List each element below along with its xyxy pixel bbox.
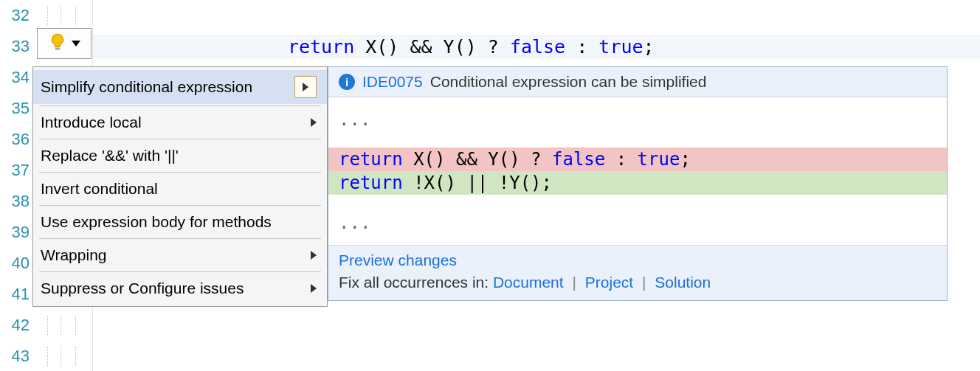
menu-item-label: Simplify conditional expression (41, 78, 252, 96)
editor-line-current: 33 return X() && Y() ? false : true; (0, 31, 980, 62)
line-number: 33 (0, 37, 34, 56)
menu-item-label: Wrapping (41, 246, 107, 264)
line-number: 35 (0, 99, 34, 118)
submenu-arrow-icon (311, 284, 317, 293)
submenu-arrow-icon (311, 118, 317, 127)
fix-document-link[interactable]: Document (493, 274, 564, 291)
menu-item-label: Use expression body for methods (41, 213, 272, 231)
menu-item-invert-conditional[interactable]: Invert conditional (33, 174, 327, 204)
menu-separator (39, 139, 321, 139)
line-number: 34 (0, 68, 34, 87)
line-number: 38 (0, 192, 34, 211)
gutter (34, 310, 93, 341)
quick-actions-menu: Simplify conditional expression Introduc… (32, 66, 328, 307)
preview-changes-link[interactable]: Preview changes (339, 252, 457, 268)
line-number: 39 (0, 223, 34, 242)
preview-footer: Preview changes Fix all occurrences in: … (328, 245, 947, 300)
menu-item-label: Invert conditional (41, 180, 158, 198)
line-number: 37 (0, 161, 34, 180)
keyword-return: return (288, 36, 354, 58)
diff-ellipsis: ... (328, 208, 947, 237)
diff-added-line: return !X() || !Y(); (328, 171, 947, 195)
menu-item-introduce-local[interactable]: Introduce local (33, 108, 327, 137)
lightbulb-icon (48, 32, 67, 55)
submenu-arrow-icon (311, 251, 317, 260)
menu-item-label: Replace '&&' with '||' (41, 147, 179, 164)
menu-separator (39, 105, 321, 106)
menu-item-expression-body[interactable]: Use expression body for methods (33, 207, 327, 237)
code-editor[interactable]: 32 33 return X() && Y() ? false : true; … (0, 0, 980, 371)
separator: | (572, 274, 576, 291)
menu-item-wrapping[interactable]: Wrapping (33, 240, 327, 270)
line-number: 36 (0, 130, 34, 149)
gutter (34, 341, 93, 371)
svg-rect-0 (55, 47, 61, 49)
menu-item-replace-operator[interactable]: Replace '&&' with '||' (33, 141, 327, 170)
separator: | (642, 274, 646, 291)
menu-separator (39, 238, 321, 239)
diagnostic-code[interactable]: IDE0075 (362, 73, 423, 91)
code-text: : (565, 36, 598, 58)
diff-removed-line: return X() && Y() ? false : true; (328, 148, 947, 171)
line-number: 43 (0, 347, 34, 366)
menu-item-label: Introduce local (41, 114, 142, 131)
line-number: 32 (0, 6, 34, 25)
lightbulb-button[interactable] (37, 28, 92, 59)
chevron-down-icon (72, 41, 80, 46)
line-number: 42 (0, 316, 34, 335)
fix-solution-link[interactable]: Solution (655, 274, 711, 291)
menu-item-simplify-conditional[interactable]: Simplify conditional expression (33, 70, 327, 104)
line-number: 41 (0, 285, 34, 304)
submenu-arrow-icon (294, 76, 317, 98)
info-icon: i (339, 74, 355, 90)
code-text: ; (643, 36, 655, 58)
menu-separator (39, 172, 321, 173)
code-cell[interactable]: return X() && Y() ? false : true; (93, 35, 980, 58)
menu-separator (39, 271, 321, 272)
fix-project-link[interactable]: Project (585, 274, 633, 291)
preview-header: i IDE0075 Conditional expression can be … (328, 67, 947, 97)
keyword-true: true (598, 36, 643, 58)
diff-ellipsis: ... (328, 105, 947, 134)
editor-line: 42 (0, 310, 980, 341)
preview-panel: i IDE0075 Conditional expression can be … (328, 66, 948, 301)
gutter (34, 0, 93, 31)
menu-item-suppress-configure[interactable]: Suppress or Configure issues (33, 274, 327, 303)
fix-all-label: Fix all occurrences in: (339, 274, 493, 291)
preview-diff: ... return X() && Y() ? false : true; re… (328, 97, 947, 245)
menu-item-label: Suppress or Configure issues (41, 280, 244, 297)
diagnostic-message: Conditional expression can be simplified (430, 73, 707, 91)
code-text: X() && Y() ? (354, 36, 510, 58)
line-number: 40 (0, 254, 34, 273)
keyword-false: false (510, 36, 565, 58)
editor-line: 32 (0, 0, 980, 31)
editor-line: 43 (0, 341, 980, 371)
menu-separator (39, 205, 321, 206)
